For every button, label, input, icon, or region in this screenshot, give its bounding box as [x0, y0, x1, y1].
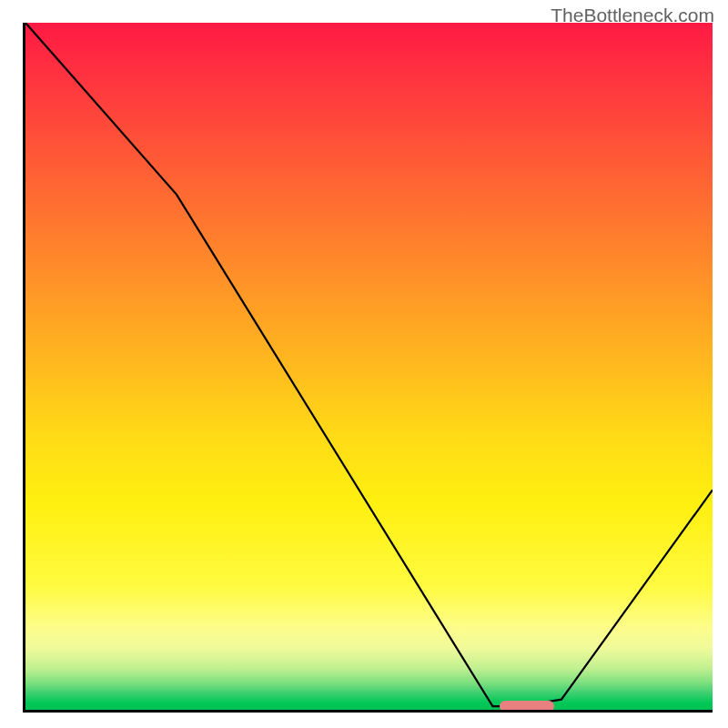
chart-container: TheBottleneck.com: [0, 0, 728, 728]
plot-area: [23, 23, 713, 713]
curve-svg: [25, 23, 713, 710]
watermark-text: TheBottleneck.com: [551, 5, 714, 26]
bottleneck-curve: [25, 23, 713, 706]
optimal-marker: [500, 701, 554, 712]
